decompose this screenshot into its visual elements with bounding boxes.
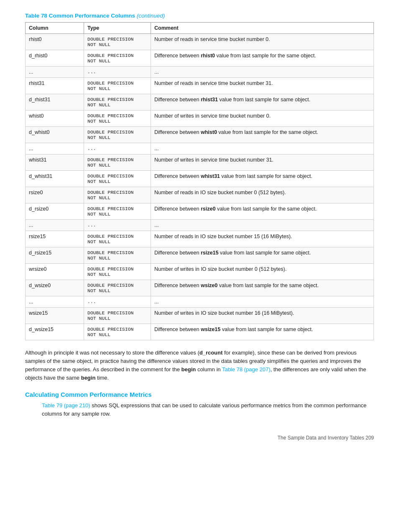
- table-cell-column: rhist31: [26, 78, 84, 94]
- table-cell-type: DOUBLE PRECISIONNOT NULL: [84, 50, 151, 67]
- table-cell-column: d_rsize0: [26, 203, 84, 220]
- table-cell-column: ...: [26, 220, 84, 231]
- table-cell-type: DOUBLE PRECISIONNOT NULL: [84, 78, 151, 94]
- table-cell-comment: ...: [151, 296, 374, 308]
- table-cell-column: rsize15: [26, 231, 84, 247]
- table-cell-type: ...: [84, 67, 151, 78]
- table-cell-type: DOUBLE PRECISIONNOT NULL: [84, 34, 151, 50]
- section-heading-calculating: Calculating Common Performance Metrics: [25, 391, 374, 398]
- table-row: .........: [26, 220, 374, 231]
- table-cell-type: DOUBLE PRECISIONNOT NULL: [84, 280, 151, 296]
- table-cell-type: DOUBLE PRECISIONNOT NULL: [84, 187, 151, 203]
- table-row: rsize15DOUBLE PRECISIONNOT NULLNumber of…: [26, 231, 374, 247]
- table-row: wsize15DOUBLE PRECISIONNOT NULLNumber of…: [26, 308, 374, 324]
- table-cell-type: DOUBLE PRECISIONNOT NULL: [84, 324, 151, 340]
- table-cell-column: d_rhist0: [26, 50, 84, 67]
- paragraph-bold3: begin: [81, 375, 96, 381]
- table-cell-column: ...: [26, 143, 84, 154]
- paragraph-text-before-bold: Although in principle it was not necessa…: [25, 350, 200, 356]
- table-cell-type: DOUBLE PRECISIONNOT NULL: [84, 111, 151, 127]
- table-row: d_rsize15DOUBLE PRECISIONNOT NULLDiffere…: [26, 247, 374, 264]
- paragraph-text-after-bold2: column in: [196, 366, 222, 373]
- table-cell-type: DOUBLE PRECISIONNOT NULL: [84, 171, 151, 187]
- section-body-calculating: Table 79 (page 210) shows SQL expression…: [42, 401, 374, 418]
- table-row: wrsize0DOUBLE PRECISIONNOT NULLNumber of…: [26, 264, 374, 280]
- paragraph-link[interactable]: Table 78 (page 207): [222, 366, 271, 373]
- table-title: Table 78 Common Performance Columns (con…: [25, 13, 374, 19]
- performance-columns-table: Column Type Comment rhist0DOUBLE PRECISI…: [25, 22, 374, 340]
- table-cell-comment: Number of writes in IO size bucket numbe…: [151, 264, 374, 280]
- table-row: d_whist0DOUBLE PRECISIONNOT NULLDifferen…: [26, 127, 374, 143]
- table-cell-column: ...: [26, 67, 84, 78]
- table-cell-column: d_rsize15: [26, 247, 84, 264]
- table-cell-comment: Difference between whist0 value from las…: [151, 127, 374, 143]
- table-cell-comment: Difference between rsize0 value from las…: [151, 203, 374, 220]
- table-cell-column: wsize15: [26, 308, 84, 324]
- paragraph-bold1: d_rcount: [200, 350, 223, 356]
- table-cell-column: d_whist31: [26, 171, 84, 187]
- table-title-main: Table 78 Common Performance Columns: [25, 13, 135, 19]
- page-footer: The Sample Data and Inventory Tables 209: [25, 435, 374, 441]
- table-row: .........: [26, 296, 374, 308]
- table-row: whist31DOUBLE PRECISIONNOT NULLNumber of…: [26, 154, 374, 171]
- table-title-cont: (continued): [137, 13, 165, 19]
- col-header-column: Column: [26, 23, 84, 34]
- table-cell-type: DOUBLE PRECISIONNOT NULL: [84, 247, 151, 264]
- table-cell-column: d_whist0: [26, 127, 84, 143]
- table-cell-comment: ...: [151, 67, 374, 78]
- table-row: d_rhist31DOUBLE PRECISIONNOT NULLDiffere…: [26, 94, 374, 111]
- table-cell-comment: Difference between whist31 value from la…: [151, 171, 374, 187]
- table-cell-comment: Difference between rhist31 value from la…: [151, 94, 374, 111]
- table-row: rhist0DOUBLE PRECISIONNOT NULLNumber of …: [26, 34, 374, 50]
- table-cell-type: DOUBLE PRECISIONNOT NULL: [84, 231, 151, 247]
- table-cell-column: ...: [26, 296, 84, 308]
- table-row: rhist31DOUBLE PRECISIONNOT NULLNumber of…: [26, 78, 374, 94]
- paragraph-text-end: time.: [95, 375, 109, 381]
- table-row: whist0DOUBLE PRECISIONNOT NULLNumber of …: [26, 111, 374, 127]
- table-cell-column: wrsize0: [26, 264, 84, 280]
- col-header-type: Type: [84, 23, 151, 34]
- table-cell-column: rsize0: [26, 187, 84, 203]
- table-cell-type: ...: [84, 143, 151, 154]
- table-cell-comment: Difference between wsize15 value from la…: [151, 324, 374, 340]
- table-row: .........: [26, 67, 374, 78]
- table-cell-comment: Number of reads in IO size bucket number…: [151, 187, 374, 203]
- table-row: rsize0DOUBLE PRECISIONNOT NULLNumber of …: [26, 187, 374, 203]
- table-row: d_rhist0DOUBLE PRECISIONNOT NULLDifferen…: [26, 50, 374, 67]
- paragraph-section: Although in principle it was not necessa…: [25, 349, 374, 383]
- table-cell-comment: Number of reads in service time bucket n…: [151, 34, 374, 50]
- section-text: shows SQL expressions that can be used t…: [42, 402, 366, 417]
- table-cell-type: ...: [84, 220, 151, 231]
- table-cell-comment: Number of reads in service time bucket n…: [151, 78, 374, 94]
- table-cell-type: DOUBLE PRECISIONNOT NULL: [84, 308, 151, 324]
- table-cell-type: DOUBLE PRECISIONNOT NULL: [84, 203, 151, 220]
- paragraph-bold2: begin: [182, 366, 196, 373]
- table-cell-column: d_wsize0: [26, 280, 84, 296]
- table-cell-column: d_rhist31: [26, 94, 84, 111]
- table-cell-comment: Difference between rhist0 value from las…: [151, 50, 374, 67]
- table-cell-comment: Number of reads in IO size bucket number…: [151, 231, 374, 247]
- table-cell-type: DOUBLE PRECISIONNOT NULL: [84, 154, 151, 171]
- table-cell-type: ...: [84, 296, 151, 308]
- table-cell-type: DOUBLE PRECISIONNOT NULL: [84, 94, 151, 111]
- table-cell-column: rhist0: [26, 34, 84, 50]
- table-cell-type: DOUBLE PRECISIONNOT NULL: [84, 264, 151, 280]
- table-row: d_wsize15DOUBLE PRECISIONNOT NULLDiffere…: [26, 324, 374, 340]
- table-row: d_wsize0DOUBLE PRECISIONNOT NULLDifferen…: [26, 280, 374, 296]
- table-row: .........: [26, 143, 374, 154]
- table-cell-comment: Number of writes in IO size bucket numbe…: [151, 308, 374, 324]
- table-cell-column: whist31: [26, 154, 84, 171]
- table-cell-comment: Number of writes in service time bucket …: [151, 154, 374, 171]
- table-cell-comment: Difference between rsize15 value from la…: [151, 247, 374, 264]
- table-row: d_whist31DOUBLE PRECISIONNOT NULLDiffere…: [26, 171, 374, 187]
- table-cell-column: d_wsize15: [26, 324, 84, 340]
- table-cell-comment: ...: [151, 220, 374, 231]
- section-link[interactable]: Table 79 (page 210): [42, 402, 90, 409]
- table-row: d_rsize0DOUBLE PRECISIONNOT NULLDifferen…: [26, 203, 374, 220]
- table-cell-type: DOUBLE PRECISIONNOT NULL: [84, 127, 151, 143]
- col-header-comment: Comment: [151, 23, 374, 34]
- table-cell-comment: Difference between wsize0 value from las…: [151, 280, 374, 296]
- table-cell-comment: ...: [151, 143, 374, 154]
- table-cell-comment: Number of writes in service time bucket …: [151, 111, 374, 127]
- table-cell-column: whist0: [26, 111, 84, 127]
